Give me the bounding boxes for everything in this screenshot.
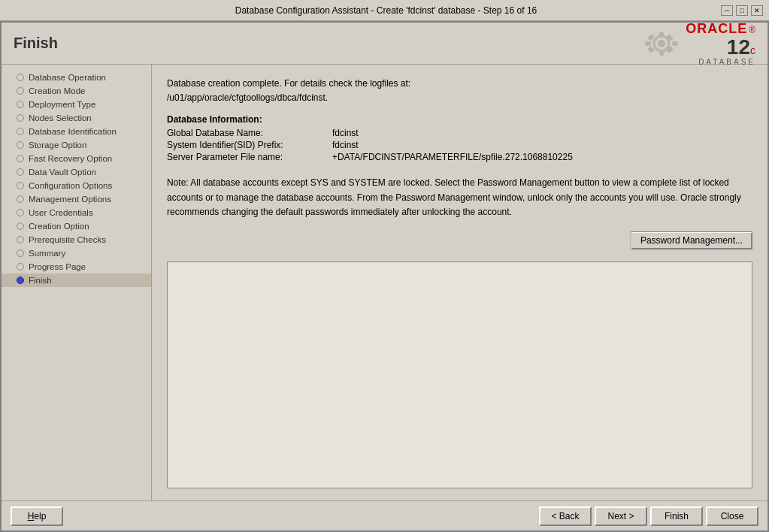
sidebar-dot-configuration-options — [17, 182, 24, 189]
sidebar-dot-fast-recovery-option — [17, 155, 24, 162]
sidebar: Database OperationCreation ModeDeploymen… — [2, 65, 152, 500]
sidebar-item-fast-recovery-option[interactable]: Fast Recovery Option — [2, 152, 151, 165]
password-management-button[interactable]: Password Management... — [631, 231, 752, 249]
sidebar-item-creation-option[interactable]: Creation Option — [2, 219, 151, 233]
gear-decoration — [640, 27, 683, 60]
db-fields: Global Database Name:fdcinstSystem Ident… — [167, 128, 752, 162]
sidebar-label-deployment-type: Deployment Type — [29, 100, 95, 109]
sidebar-label-fast-recovery-option: Fast Recovery Option — [29, 154, 112, 163]
sidebar-dot-data-vault-option — [17, 168, 24, 176]
sidebar-dot-finish — [17, 277, 24, 284]
footer-left: Help — [11, 506, 63, 526]
sidebar-dot-creation-mode — [17, 87, 24, 95]
window-title: Database Configuration Assistant - Creat… — [51, 5, 721, 16]
oracle-registered: ® — [749, 25, 755, 35]
sidebar-label-data-vault-option: Data Vault Option — [29, 168, 96, 177]
completion-line2: /u01/app/oracle/cfgtoollogs/dbca/fdcinst… — [167, 92, 328, 103]
sidebar-dot-progress-page — [17, 263, 24, 271]
main-window: Finish ORACLE — [0, 21, 769, 532]
finish-button[interactable]: Finish — [650, 506, 703, 526]
sidebar-dot-prerequisite-checks — [17, 236, 24, 243]
window-controls: ─ □ ✕ — [721, 5, 763, 16]
completion-message: Database creation complete. For details … — [167, 77, 752, 105]
sidebar-label-progress-page: Progress Page — [29, 262, 86, 271]
content-area: Database OperationCreation ModeDeploymen… — [2, 65, 767, 500]
svg-rect-5 — [672, 41, 678, 46]
sidebar-item-user-credentials[interactable]: User Credentials — [2, 206, 151, 219]
db-info-value-1: fdcinst — [332, 140, 359, 150]
oracle-name: ORACLE — [686, 21, 747, 37]
sidebar-item-nodes-selection[interactable]: Nodes Selection — [2, 111, 151, 125]
sidebar-dot-deployment-type — [17, 101, 24, 108]
svg-rect-4 — [645, 41, 651, 46]
close-button[interactable]: ✕ — [751, 5, 763, 16]
db-info-row-0: Global Database Name:fdcinst — [167, 128, 752, 138]
svg-rect-2 — [659, 32, 664, 38]
title-bar: Database Configuration Assistant - Creat… — [0, 0, 769, 21]
sidebar-label-database-identification: Database Identification — [29, 127, 117, 136]
db-info-label: Database Information: — [167, 114, 752, 125]
sidebar-label-creation-mode: Creation Mode — [29, 86, 85, 95]
sidebar-label-creation-option: Creation Option — [29, 222, 89, 231]
header: Finish ORACLE — [2, 23, 767, 65]
sidebar-item-database-identification[interactable]: Database Identification — [2, 125, 151, 138]
sidebar-item-storage-option[interactable]: Storage Option — [2, 138, 151, 152]
sidebar-label-nodes-selection: Nodes Selection — [29, 113, 92, 122]
footer-right: < Back Next > Finish Close — [539, 506, 758, 526]
help-label-rest: elp — [34, 511, 46, 521]
sidebar-dot-database-operation — [17, 74, 24, 81]
sidebar-dot-user-credentials — [17, 209, 24, 216]
sidebar-dot-creation-option — [17, 222, 24, 230]
back-button[interactable]: < Back — [539, 506, 592, 526]
sidebar-dot-summary — [17, 249, 24, 257]
footer: Help < Back Next > Finish Close — [2, 500, 767, 530]
sidebar-item-progress-page[interactable]: Progress Page — [2, 260, 151, 274]
sidebar-label-prerequisite-checks: Prerequisite Checks — [29, 235, 106, 244]
sidebar-item-management-options[interactable]: Management Options — [2, 192, 151, 206]
svg-rect-3 — [659, 50, 664, 56]
main-content: Database creation complete. For details … — [152, 65, 767, 500]
next-button[interactable]: Next > — [595, 506, 647, 526]
db-info-value-0: fdcinst — [332, 128, 359, 138]
oracle-logo: ORACLE ® 12 c DATABASE — [640, 21, 755, 66]
log-area[interactable] — [167, 261, 752, 488]
oracle-version: 12 — [727, 37, 750, 58]
sidebar-label-summary: Summary — [29, 249, 65, 258]
sidebar-label-configuration-options: Configuration Options — [29, 181, 112, 190]
sidebar-label-finish: Finish — [29, 276, 52, 285]
sidebar-dot-database-identification — [17, 128, 24, 135]
gear-icon — [640, 27, 683, 60]
sidebar-item-prerequisite-checks[interactable]: Prerequisite Checks — [2, 233, 151, 246]
sidebar-item-database-operation[interactable]: Database Operation — [2, 71, 151, 84]
sidebar-label-database-operation: Database Operation — [29, 73, 106, 82]
oracle-version-c: c — [750, 44, 755, 56]
sidebar-item-creation-mode[interactable]: Creation Mode — [2, 84, 151, 98]
sidebar-item-deployment-type[interactable]: Deployment Type — [2, 98, 151, 111]
sidebar-label-storage-option: Storage Option — [29, 141, 86, 150]
help-button[interactable]: Help — [11, 506, 63, 526]
db-info-key-2: Server Parameter File name: — [167, 152, 332, 162]
svg-point-1 — [658, 40, 665, 47]
sidebar-dot-nodes-selection — [17, 114, 24, 122]
minimize-button[interactable]: ─ — [721, 5, 733, 16]
db-info-section: Database Information: Global Database Na… — [167, 114, 752, 164]
db-info-row-2: Server Parameter File name:+DATA/FDCINST… — [167, 152, 752, 162]
sidebar-item-data-vault-option[interactable]: Data Vault Option — [2, 165, 151, 179]
maximize-button[interactable]: □ — [736, 5, 748, 16]
sidebar-dot-storage-option — [17, 141, 24, 149]
sidebar-item-configuration-options[interactable]: Configuration Options — [2, 179, 151, 192]
close-button-footer[interactable]: Close — [706, 506, 758, 526]
db-info-row-1: System Identifier(SID) Prefix:fdcinst — [167, 140, 752, 150]
password-btn-row: Password Management... — [167, 231, 752, 249]
completion-line1: Database creation complete. For details … — [167, 78, 410, 89]
db-info-key-0: Global Database Name: — [167, 128, 332, 138]
db-info-value-2: +DATA/FDCINST/PARAMETERFILE/spfile.272.1… — [332, 152, 573, 162]
note-text: Note: All database accounts except SYS a… — [167, 176, 752, 219]
sidebar-item-summary[interactable]: Summary — [2, 246, 151, 260]
sidebar-label-management-options: Management Options — [29, 195, 111, 204]
oracle-brand-text: ORACLE ® 12 c DATABASE — [686, 21, 755, 66]
sidebar-dot-management-options — [17, 195, 24, 203]
sidebar-item-finish[interactable]: Finish — [2, 274, 151, 287]
sidebar-label-user-credentials: User Credentials — [29, 208, 93, 217]
page-title: Finish — [14, 35, 58, 52]
